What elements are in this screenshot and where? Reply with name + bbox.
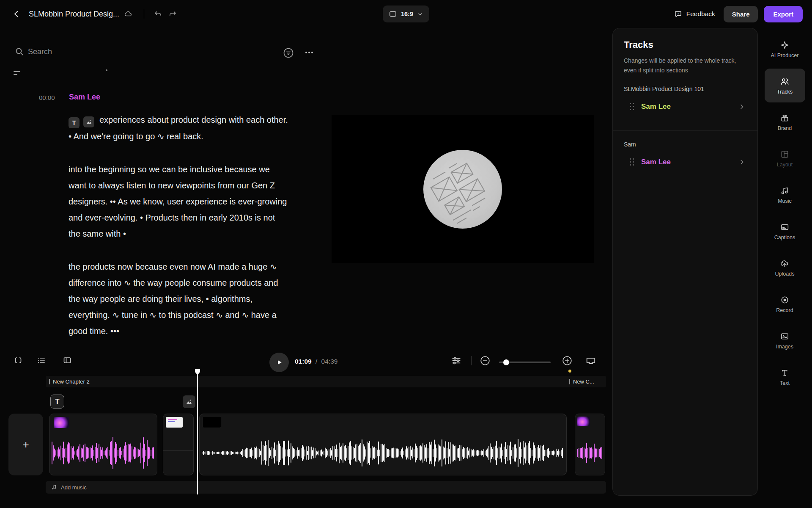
zoom-in-button[interactable] bbox=[562, 355, 573, 366]
topbar-divider bbox=[144, 9, 144, 19]
brackets-icon bbox=[13, 355, 23, 365]
audio-clip[interactable] bbox=[49, 414, 157, 475]
transcript-timestamp: 00:00 bbox=[39, 94, 55, 101]
image-card-chip[interactable] bbox=[83, 116, 94, 127]
zoom-slider[interactable] bbox=[499, 362, 551, 363]
panel-title: Tracks bbox=[613, 39, 757, 50]
topbar-actions: ? Feedback Share Export bbox=[671, 6, 803, 22]
upload-cloud-icon bbox=[780, 259, 790, 268]
sidebar-item-label: Uploads bbox=[775, 271, 795, 277]
transcript-editor[interactable]: Texperiences about product design with e… bbox=[69, 112, 288, 356]
sidebar-item-brand[interactable]: Brand bbox=[765, 105, 805, 139]
music-note-icon bbox=[780, 186, 790, 196]
sidebar-item-music[interactable]: Music bbox=[765, 178, 805, 212]
display-icon bbox=[585, 355, 596, 366]
sidebar-item-label: Captions bbox=[774, 235, 795, 240]
sidebar-item-record[interactable]: Record bbox=[765, 287, 805, 321]
undo-icon bbox=[154, 9, 163, 19]
chapter-label[interactable]: New C... bbox=[569, 376, 605, 387]
text-card-chip[interactable]: T bbox=[69, 117, 80, 128]
project-title[interactable]: SLMobbin Product Desig... bbox=[29, 10, 119, 19]
back-button[interactable] bbox=[9, 7, 24, 21]
track-row[interactable]: Sam Lee bbox=[619, 149, 752, 175]
undo-button[interactable] bbox=[151, 7, 165, 21]
export-button[interactable]: Export bbox=[764, 6, 803, 22]
sidebar-item-ai-producer[interactable]: AI Producer bbox=[765, 32, 805, 66]
audio-clip[interactable] bbox=[575, 414, 605, 475]
image-overlay-chip[interactable] bbox=[183, 395, 195, 408]
zoom-out-button[interactable] bbox=[480, 355, 491, 366]
image-icon bbox=[186, 398, 192, 405]
video-editor-app: SLMobbin Product Desig... 16:9 bbox=[0, 0, 812, 508]
redo-button[interactable] bbox=[165, 7, 180, 21]
sidebar-item-tracks[interactable]: Tracks bbox=[765, 69, 805, 102]
play-icon bbox=[275, 358, 283, 367]
transcript-paragraph[interactable]: Texperiences about product design with e… bbox=[69, 112, 288, 144]
audio-waveform[interactable] bbox=[52, 436, 155, 470]
track-row[interactable]: Sam Lee bbox=[619, 94, 752, 119]
fullscreen-timeline-button[interactable] bbox=[585, 355, 596, 366]
audio-waveform[interactable] bbox=[577, 436, 603, 470]
sidebar-item-captions[interactable]: Captions bbox=[765, 214, 805, 248]
timeline-track-area: + bbox=[0, 414, 606, 475]
text-icon bbox=[780, 368, 790, 378]
main-audio-clip[interactable] bbox=[199, 414, 567, 475]
sidebar-item-text[interactable]: Text bbox=[765, 360, 805, 394]
tracks-panel: Tracks Changes will be applied to the wh… bbox=[613, 28, 757, 495]
circle-video-frame bbox=[423, 150, 502, 229]
add-music-button[interactable]: Add music bbox=[46, 481, 606, 494]
fit-timeline-button[interactable] bbox=[13, 355, 23, 365]
share-button[interactable]: Share bbox=[724, 6, 758, 22]
sidebar-item-label: Text bbox=[780, 380, 790, 386]
sidebar-item-images[interactable]: Images bbox=[765, 323, 805, 357]
chapter-label[interactable]: New Chapter 2 bbox=[49, 376, 90, 387]
sidebar-item-uploads[interactable]: Uploads bbox=[765, 251, 805, 284]
track-group-label: Sam bbox=[613, 130, 757, 148]
more-options-button[interactable] bbox=[301, 44, 317, 61]
title-card-clip[interactable] bbox=[163, 414, 194, 475]
filter-button[interactable] bbox=[280, 44, 297, 61]
speaker-label[interactable]: Sam Lee bbox=[69, 93, 100, 102]
sidebar-item-label: Tracks bbox=[777, 89, 793, 95]
top-bar: SLMobbin Product Desig... 16:9 bbox=[0, 0, 812, 28]
clip-thumbnail bbox=[577, 417, 590, 426]
transcript-paragraph[interactable]: into the beginning so we can be inclusiv… bbox=[69, 161, 288, 242]
aspect-ratio-value: 16:9 bbox=[401, 11, 413, 17]
search-input[interactable] bbox=[28, 45, 206, 58]
track-settings-button[interactable] bbox=[451, 355, 462, 366]
video-preview[interactable] bbox=[332, 115, 594, 263]
text-overlay-chip[interactable]: T bbox=[50, 395, 64, 409]
audio-waveform[interactable] bbox=[202, 436, 564, 470]
music-note-icon bbox=[51, 484, 57, 491]
timeline-marker-dot[interactable] bbox=[568, 370, 571, 373]
drag-handle-icon[interactable] bbox=[630, 158, 634, 166]
total-time: 04:39 bbox=[321, 358, 338, 365]
plus-circle-icon bbox=[562, 355, 573, 366]
playhead-marker[interactable] bbox=[195, 369, 200, 376]
add-clip-button[interactable]: + bbox=[8, 414, 43, 475]
layout-icon bbox=[780, 149, 790, 159]
captions-icon bbox=[780, 222, 790, 232]
drag-handle-icon[interactable] bbox=[630, 103, 634, 110]
gift-icon bbox=[780, 113, 790, 123]
text-icon: T bbox=[72, 119, 76, 126]
image-icon bbox=[86, 119, 92, 125]
chevron-down-icon bbox=[417, 11, 423, 17]
track-list-button[interactable] bbox=[36, 355, 47, 365]
split-clip-button[interactable] bbox=[62, 355, 72, 365]
chapter-tick bbox=[569, 379, 570, 384]
current-time: 01:09 bbox=[295, 358, 312, 365]
zoom-slider-thumb[interactable] bbox=[503, 359, 509, 365]
redo-icon bbox=[168, 9, 177, 19]
feedback-button[interactable]: ? Feedback bbox=[671, 6, 718, 22]
image-icon bbox=[780, 331, 790, 341]
cloud-sync-icon bbox=[123, 9, 133, 19]
aspect-ratio-selector[interactable]: 16:9 bbox=[383, 6, 429, 22]
sidebar-item-label: AI Producer bbox=[771, 52, 798, 58]
split-icon bbox=[62, 355, 72, 365]
block-drag-handle-icon[interactable] bbox=[14, 71, 22, 76]
transcript-paragraph[interactable]: the products now because even now AI mad… bbox=[69, 259, 288, 339]
play-button[interactable] bbox=[269, 353, 289, 372]
chapter-tick bbox=[49, 379, 50, 384]
sidebar-item-label: Music bbox=[778, 198, 792, 204]
